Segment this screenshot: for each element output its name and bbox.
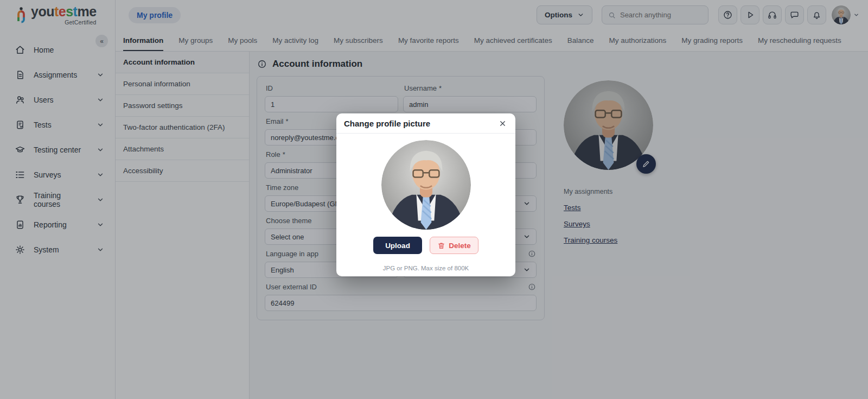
upload-hint: JPG or PNG. Max size of 800K [336,265,515,271]
profile-picture-preview [381,140,471,230]
modal-title: Change profile picture [344,119,430,128]
close-button[interactable] [496,117,509,130]
delete-button[interactable]: Delete [430,237,478,254]
youtestme-app: youtestme GetCertified My profile Option… [0,0,868,399]
change-profile-picture-modal: Change profile picture Upload Delete JPG… [336,113,515,276]
modal-header: Change profile picture [336,113,515,134]
upload-button[interactable]: Upload [373,237,422,254]
trash-icon [437,242,445,250]
modal-actions: Upload Delete [336,237,515,254]
close-icon [499,119,507,128]
